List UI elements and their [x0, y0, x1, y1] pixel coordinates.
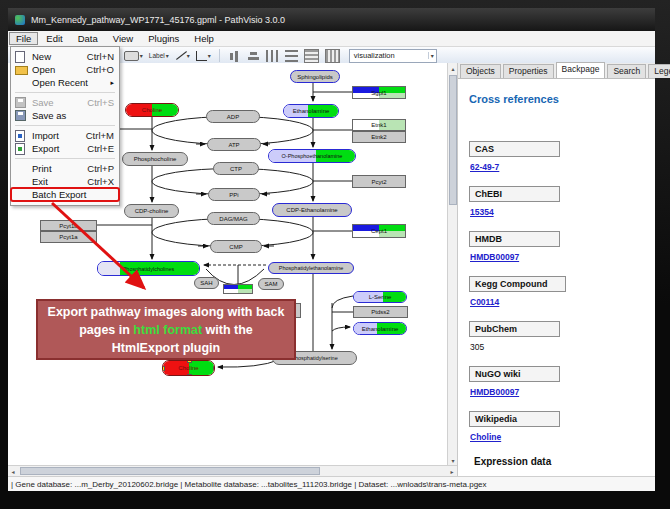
node-sphingolipids[interactable]: Sphingolipids — [290, 70, 340, 83]
menu-item-label: Open Recent — [32, 77, 102, 88]
node-pcyt1b[interactable]: Pcyt1b — [40, 220, 97, 231]
menu-data[interactable]: Data — [71, 32, 105, 45]
horizontal-scroll-thumb[interactable] — [20, 467, 320, 475]
menu-item-label: Export — [32, 143, 79, 154]
connector-icon — [196, 51, 207, 61]
selection-handle[interactable] — [213, 366, 215, 371]
chevron-down-icon[interactable]: ▾ — [140, 52, 143, 59]
file-menu-item-import[interactable]: ImportCtrl+M — [11, 129, 119, 142]
node-gene-partially-hidden[interactable] — [223, 284, 253, 294]
node-cmp[interactable]: CMP — [210, 240, 262, 253]
label-tool-label: Label — [149, 52, 165, 59]
tab-objects[interactable]: Objects — [460, 64, 501, 78]
save-as-icon — [14, 110, 28, 121]
file-menu-item-exit[interactable]: ExitCtrl+X — [11, 175, 119, 188]
xref-link-c00114[interactable]: C00114 — [470, 297, 499, 307]
node-cdp-choline[interactable]: CDP-choline — [124, 204, 179, 218]
node-label: Pcyt1a — [41, 232, 96, 242]
file-menu-item-new[interactable]: NewCtrl+N — [11, 50, 119, 63]
node-label: Ethanolamine — [354, 323, 406, 334]
node-ctp[interactable]: CTP — [213, 162, 259, 175]
file-menu-item-print[interactable]: PrintCtrl+P — [11, 162, 119, 175]
menu-edit[interactable]: Edit — [39, 32, 69, 45]
xref-link-15354[interactable]: 15354 — [470, 207, 494, 217]
node-pcyt1a[interactable]: Pcyt1a — [40, 231, 97, 243]
selection-handle[interactable] — [187, 360, 192, 363]
label-tool-button[interactable]: Label ▾ — [148, 51, 170, 60]
window-title: Mm_Kennedy_pathway_WP1771_45176.gpml - P… — [31, 15, 285, 25]
selection-handle[interactable] — [162, 366, 165, 371]
node-sam[interactable]: SAM — [258, 278, 284, 290]
backpage-content: Cross references CAS62-49-7ChEBI15354HMD… — [458, 79, 655, 476]
node-pcyt2[interactable]: Pcyt2 — [352, 175, 406, 188]
file-menu-item-open[interactable]: OpenCtrl+O — [11, 63, 119, 76]
menu-item-shortcut: Ctrl+E — [87, 143, 114, 154]
gene-datanode-tool-button[interactable]: ▾ — [123, 50, 144, 62]
node-phosphocholine[interactable]: Phosphocholine — [122, 152, 188, 166]
node-choline-top[interactable]: Choline — [125, 103, 179, 117]
node-ptdss2[interactable]: Ptdss2 — [353, 306, 408, 318]
node-adp[interactable]: ADP — [206, 110, 260, 123]
xref-link-62-49-7[interactable]: 62-49-7 — [470, 162, 499, 172]
file-menu-item-open-recent[interactable]: Open Recent▸ — [11, 76, 119, 89]
file-menu-item-save-as[interactable]: Save as — [11, 109, 119, 122]
chevron-down-icon[interactable]: ▾ — [166, 52, 169, 59]
menu-item-shortcut: Ctrl+N — [87, 51, 114, 62]
align-center-button[interactable] — [228, 50, 241, 62]
node-label: DAG/MAG — [208, 213, 259, 224]
scroll-left-icon[interactable]: ◂ — [8, 466, 18, 476]
xref-link-hmdb00097[interactable]: HMDB00097 — [470, 252, 519, 262]
menu-view[interactable]: View — [106, 32, 140, 45]
canvas-horizontal-scrollbar[interactable]: ◂ ▸ — [8, 465, 457, 476]
chevron-down-icon[interactable]: ▾ — [187, 52, 190, 59]
file-menu-item-batch-export[interactable]: Batch Export — [11, 188, 119, 201]
menu-file[interactable]: File — [9, 32, 38, 45]
canvas-vertical-scrollbar[interactable]: ▴ ▾ — [447, 63, 457, 465]
distribute-horizontal-button[interactable] — [266, 50, 279, 62]
distribute-vertical-button[interactable] — [285, 50, 298, 62]
chevron-down-icon[interactable]: ▾ — [428, 52, 434, 59]
node-ethanolamine-bottom[interactable]: Ethanolamine — [353, 322, 407, 335]
vertical-scroll-thumb[interactable] — [449, 75, 457, 205]
xref-database-name: CAS — [469, 141, 560, 157]
selection-handle[interactable] — [187, 374, 192, 376]
line-tool-button[interactable]: ▾ — [174, 49, 191, 62]
connector-tool-button[interactable]: ▾ — [195, 50, 212, 62]
node-o-phosphoethanolamine[interactable]: O-Phosphoethanolamine — [268, 149, 356, 163]
node-ethanolamine-top[interactable]: Ethanolamine — [283, 104, 339, 118]
chevron-down-icon[interactable]: ▾ — [208, 52, 211, 59]
callout-line-2: pages in html format with the — [79, 321, 253, 339]
node-phosphatidylcholines[interactable]: Phosphatidylcholines — [97, 261, 200, 276]
tab-search[interactable]: Search — [607, 64, 646, 78]
file-menu-item-export[interactable]: ExportCtrl+E — [11, 142, 119, 155]
node-l-serine[interactable]: L-Serine — [353, 291, 407, 303]
menu-help[interactable]: Help — [187, 32, 221, 45]
node-label: Sphingolipids — [291, 71, 339, 82]
xref-link-choline[interactable]: Choline — [470, 432, 501, 442]
menu-separator — [15, 125, 115, 126]
menu-item-shortcut: Ctrl+M — [86, 130, 114, 141]
node-cept1[interactable]: Cept1 — [352, 224, 406, 238]
node-sgpl1[interactable]: Sgpl1 — [352, 86, 406, 99]
menu-plugins[interactable]: Plugins — [141, 32, 186, 45]
visualization-combobox[interactable]: visualization ▾ — [349, 49, 437, 63]
node-atp[interactable]: ATP — [207, 138, 261, 151]
node-etnk1[interactable]: Etnk1 — [352, 119, 406, 131]
node-ppi[interactable]: PPi — [208, 188, 260, 201]
node-phosphatidylethanolamine[interactable]: Phosphatidylethanolamine — [268, 262, 354, 274]
stack-vertical-button[interactable] — [304, 49, 319, 63]
node-dag-mag[interactable]: DAG/MAG — [207, 212, 260, 225]
node-cdp-ethanolamine[interactable]: CDP-Ethanolamine — [272, 203, 352, 217]
tab-legend[interactable]: Legend — [648, 64, 670, 78]
node-etnk2[interactable]: Etnk2 — [352, 131, 406, 143]
xref-section-nugo-wiki: NuGO wikiHMDB00097 — [469, 366, 566, 397]
tab-properties[interactable]: Properties — [503, 64, 554, 78]
node-choline-selected[interactable]: Choline — [162, 360, 215, 376]
xref-link-hmdb00097[interactable]: HMDB00097 — [470, 387, 519, 397]
scroll-right-icon[interactable]: ▸ — [447, 466, 457, 476]
node-sah[interactable]: SAH — [194, 277, 219, 289]
tab-backpage[interactable]: Backpage — [556, 62, 606, 78]
stack-horizontal-button[interactable] — [325, 49, 340, 63]
align-middle-button[interactable] — [247, 50, 260, 62]
node-label: Ethanolamine — [284, 105, 338, 117]
